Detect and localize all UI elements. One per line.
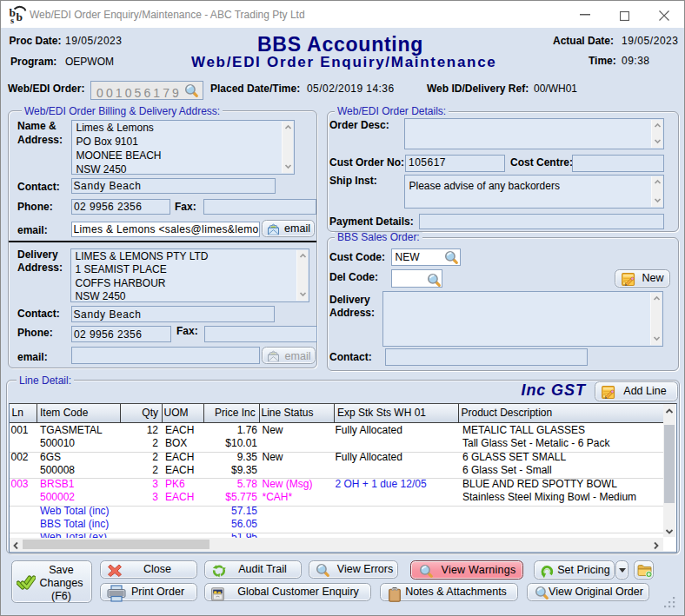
svg-text:b: b <box>17 10 23 23</box>
svg-text:s: s <box>10 16 14 23</box>
